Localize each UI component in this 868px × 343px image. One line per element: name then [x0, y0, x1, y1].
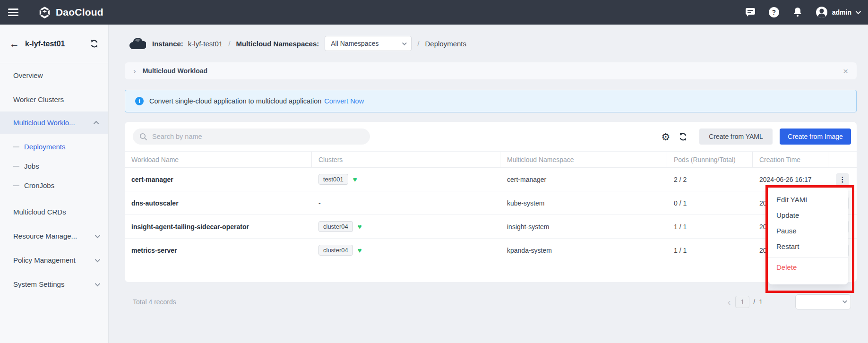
sidebar-item-multicloud-workload[interactable]: Multicloud Worklo...	[0, 111, 108, 134]
creation-time-cell: 2024-06-26 16:17	[753, 168, 828, 191]
chevron-down-icon	[402, 41, 407, 45]
sidebar-item-worker-clusters[interactable]: Worker Clusters	[0, 87, 108, 111]
breadcrumb-separator: /	[228, 40, 230, 48]
refresh-icon[interactable]	[677, 130, 689, 143]
sidebar-item-label: System Settings	[13, 280, 64, 288]
app-window: DaoCloud ?	[0, 0, 868, 343]
sidebar-item-label: Multicloud Worklo...	[13, 119, 75, 127]
workloads-table: Workload NameClustersMulticloud Namespac…	[125, 151, 857, 262]
total-pages: 1	[759, 298, 763, 306]
menu-item-delete[interactable]: Delete	[768, 259, 848, 275]
column-header: Clusters	[312, 152, 500, 167]
sidebar-item-policy-management[interactable]: Policy Management	[0, 248, 108, 272]
column-header: Pods (Running/Total)	[667, 152, 753, 167]
sidebar-item-resource-management[interactable]: Resource Manage...	[0, 224, 108, 248]
menu-item-pause[interactable]: Pause	[768, 223, 848, 239]
healthy-heart-icon: ♥	[358, 246, 362, 254]
namespace-cell: kpanda-system	[500, 239, 667, 262]
chevron-down-icon	[95, 257, 100, 262]
page-size-select[interactable]	[795, 294, 851, 309]
pagination: ‹ 1 / 1	[728, 294, 851, 309]
chevron-down-icon	[842, 299, 847, 303]
top-navbar: DaoCloud ?	[0, 0, 868, 25]
dash-bullet-icon	[13, 185, 19, 186]
namespace-select-value: All Namespaces	[331, 40, 378, 47]
instance-value[interactable]: k-lyf-test01	[188, 40, 223, 48]
prev-page-icon[interactable]: ‹	[728, 297, 731, 307]
healthy-heart-icon: ♥	[353, 175, 357, 183]
sidebar-item-jobs[interactable]: Jobs	[0, 156, 108, 176]
table-row: dns-autoscaler-kube-system0 / 120⋮	[125, 191, 857, 215]
create-from-image-button[interactable]: Create from Image	[780, 129, 851, 145]
breadcrumb-page: Deployments	[425, 40, 466, 48]
sidebar-item-label: Jobs	[24, 162, 39, 170]
table-controls: ⚙ Create from YAML Create from Image	[660, 129, 851, 145]
cluster-chip: test001	[318, 174, 348, 185]
workload-name[interactable]: cert-manager	[125, 168, 312, 191]
search-box[interactable]	[133, 129, 370, 145]
switch-cluster-icon[interactable]	[90, 39, 99, 48]
table-row: insight-agent-tailing-sidecar-operatorcl…	[125, 215, 857, 239]
notifications-bell-icon[interactable]	[792, 7, 803, 18]
back-arrow-icon[interactable]: ←	[9, 39, 19, 49]
pods-cell: 1 / 1	[667, 215, 753, 238]
instance-label: Instance:	[152, 40, 183, 48]
sidebar-item-overview[interactable]: Overview	[0, 63, 108, 87]
search-input[interactable]	[152, 133, 351, 140]
sidebar-item-cronjobs[interactable]: CronJobs	[0, 176, 108, 195]
search-icon	[139, 133, 147, 141]
breadcrumb: Instance: k-lyf-test01 / Multicloud Name…	[109, 25, 868, 62]
brand[interactable]: DaoCloud	[38, 6, 103, 19]
dash-bullet-icon	[13, 166, 19, 167]
column-header	[828, 152, 857, 167]
daocloud-logo-icon	[38, 6, 51, 19]
workload-name[interactable]: dns-autoscaler	[125, 191, 312, 214]
avatar-icon	[816, 6, 828, 18]
convert-now-link[interactable]: Convert Now	[324, 97, 364, 105]
table-header-row: Workload NameClustersMulticloud Namespac…	[125, 151, 857, 168]
menu-item-edit-yaml[interactable]: Edit YAML	[768, 192, 848, 207]
workload-panel-label: Multicloud Workload	[143, 67, 207, 75]
menu-item-restart[interactable]: Restart	[768, 239, 848, 254]
sidebar-item-label: Policy Management	[13, 256, 76, 264]
column-settings-gear-icon[interactable]: ⚙	[660, 130, 672, 143]
namespaces-label: Multicloud Namespaces:	[236, 40, 319, 48]
sidebar-item-system-settings[interactable]: System Settings	[0, 272, 108, 296]
hamburger-menu-icon[interactable]	[8, 9, 18, 16]
sidebar-item-label: Multicloud CRDs	[13, 208, 66, 216]
chevron-down-icon	[856, 9, 861, 14]
column-header: Workload Name	[125, 152, 312, 167]
sidebar-item-label: Resource Manage...	[13, 232, 77, 240]
clusters-cell: cluster04♥	[312, 239, 500, 262]
workload-panel-bar[interactable]: › Multicloud Workload ×	[125, 62, 857, 79]
create-from-yaml-button[interactable]: Create from YAML	[699, 129, 773, 145]
clusters-cell: cluster04♥	[312, 215, 500, 238]
actions-cell: ⋮	[828, 168, 857, 191]
namespace-cell: kube-system	[500, 191, 667, 214]
cloud-icon	[129, 38, 146, 50]
sidebar-item-multicloud-crds[interactable]: Multicloud CRDs	[0, 200, 108, 224]
workload-name[interactable]: metrics-server	[125, 239, 312, 262]
navbar-right: ?	[745, 6, 859, 18]
table-row: cert-managertest001♥cert-manager2 / 2202…	[125, 168, 857, 191]
close-icon[interactable]: ×	[843, 67, 848, 76]
sidebar-item-deployments[interactable]: Deployments	[0, 137, 108, 156]
expand-chevron-icon[interactable]: ›	[133, 67, 136, 75]
help-icon[interactable]: ?	[768, 7, 780, 18]
kebab-menu-icon[interactable]: ⋮	[836, 173, 849, 186]
sidebar-item-label: Worker Clusters	[13, 95, 64, 103]
current-page-box[interactable]: 1	[735, 296, 749, 308]
banner-text: Convert single-cloud application to mult…	[149, 97, 321, 105]
namespace-select[interactable]: All Namespaces	[325, 36, 412, 51]
pods-cell: 1 / 1	[667, 239, 753, 262]
total-records: Total 4 records	[133, 298, 176, 306]
healthy-heart-icon: ♥	[358, 223, 362, 231]
sidebar-nav: OverviewWorker ClustersMulticloud Worklo…	[0, 63, 108, 296]
brand-name: DaoCloud	[56, 7, 103, 18]
menu-item-update[interactable]: Update	[768, 207, 848, 223]
table-footer: Total 4 records ‹ 1 / 1	[125, 292, 857, 311]
user-menu[interactable]: admin	[816, 6, 859, 18]
messages-icon[interactable]	[745, 7, 756, 18]
column-header: Creation Time	[753, 152, 828, 167]
workload-name[interactable]: insight-agent-tailing-sidecar-operator	[125, 215, 312, 238]
